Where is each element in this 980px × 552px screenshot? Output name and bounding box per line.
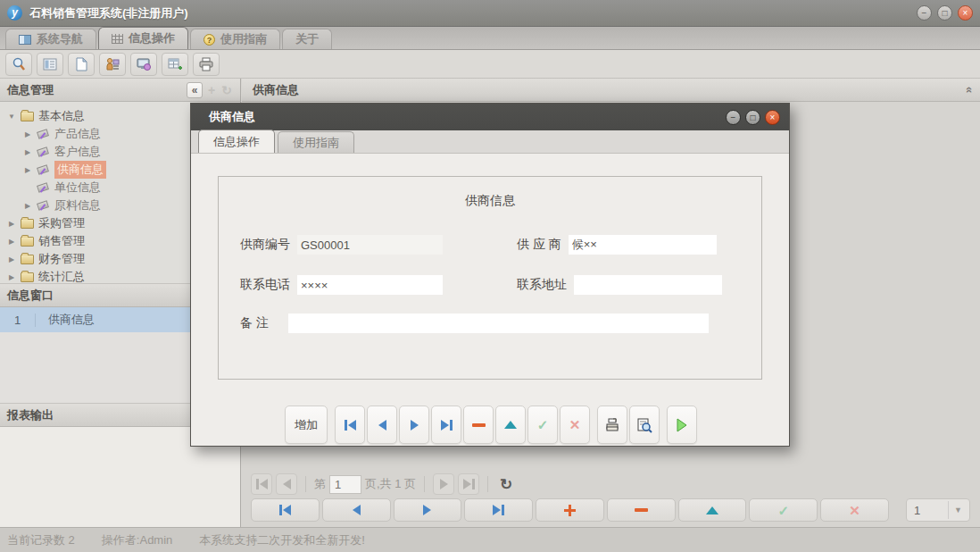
last-page-button[interactable] bbox=[458, 473, 479, 495]
page-number-input[interactable] bbox=[329, 475, 361, 494]
supplier-name-field[interactable] bbox=[569, 235, 717, 255]
last-record-button[interactable] bbox=[464, 498, 533, 522]
contact-address-field[interactable] bbox=[574, 275, 722, 295]
minimize-button[interactable]: − bbox=[917, 5, 932, 21]
search-button[interactable] bbox=[5, 53, 32, 76]
chevron-down-icon[interactable]: ▼ bbox=[948, 501, 968, 519]
printer-icon bbox=[604, 417, 620, 433]
operator-label: 操作者:Admin bbox=[102, 532, 172, 548]
next-page-button[interactable] bbox=[433, 473, 454, 495]
tree-label: 统计汇总 bbox=[38, 269, 85, 284]
app-logo-icon: y bbox=[7, 5, 22, 21]
next-record-button[interactable] bbox=[399, 406, 429, 444]
pagination-bar: 第 页,共 1 页 ↻ bbox=[251, 472, 512, 497]
first-page-button[interactable] bbox=[251, 473, 272, 495]
run-button[interactable] bbox=[667, 406, 697, 444]
supplier-code-field[interactable] bbox=[297, 235, 443, 255]
add-button[interactable]: 增加 bbox=[285, 406, 328, 444]
main-toolbar bbox=[0, 50, 980, 79]
edit-record-button[interactable] bbox=[495, 406, 526, 444]
next-record-button[interactable] bbox=[394, 498, 462, 522]
row-index: 1 bbox=[0, 314, 36, 327]
statusbar: 当前记录数 2 操作者:Admin 本系统支持二次开发和全新开发! bbox=[0, 527, 980, 552]
tab-info-operation[interactable]: 信息操作 bbox=[98, 27, 188, 49]
monitor-globe-button[interactable] bbox=[130, 53, 157, 76]
form-title: 供商信息 bbox=[219, 193, 761, 209]
expand-arrow-icon[interactable]: ▶ bbox=[7, 238, 16, 246]
content-header: 供商信息 « bbox=[242, 79, 980, 102]
form-row: 供 应 商 bbox=[517, 235, 717, 255]
tree-label: 供商信息 bbox=[54, 161, 106, 179]
prev-page-button[interactable] bbox=[276, 473, 297, 495]
first-record-button[interactable] bbox=[251, 498, 320, 522]
tab-user-guide[interactable]: ? 使用指南 bbox=[190, 29, 280, 49]
cross-icon: ✕ bbox=[849, 504, 860, 517]
contact-phone-field[interactable] bbox=[297, 275, 443, 295]
print-button[interactable] bbox=[597, 406, 627, 444]
dialog-maximize-button[interactable]: □ bbox=[745, 110, 760, 125]
expand-arrow-icon[interactable]: ▶ bbox=[23, 202, 32, 210]
user-config-button[interactable] bbox=[99, 53, 126, 76]
close-button[interactable]: × bbox=[958, 5, 973, 21]
confirm-button[interactable]: ✓ bbox=[527, 406, 558, 444]
collapse-panel-icon[interactable]: « bbox=[963, 87, 976, 93]
search-icon bbox=[11, 56, 27, 72]
dialog-tabbar: 信息操作 使用指南 bbox=[191, 130, 789, 154]
cancel-button[interactable]: ✕ bbox=[820, 498, 889, 522]
table-add-button[interactable] bbox=[162, 53, 188, 76]
expand-arrow-icon[interactable]: ▶ bbox=[7, 255, 16, 263]
collapse-sidebar-button[interactable]: « bbox=[187, 82, 203, 98]
edit-record-button[interactable] bbox=[678, 498, 747, 522]
tool-icon bbox=[37, 129, 50, 140]
user-config-icon bbox=[104, 56, 120, 72]
content-title: 供商信息 bbox=[253, 82, 299, 98]
expand-arrow-icon[interactable]: ▶ bbox=[23, 130, 32, 138]
tree-label: 原料信息 bbox=[54, 197, 101, 213]
cross-icon: ✕ bbox=[569, 418, 581, 431]
dialog-tab-info-operation[interactable]: 信息操作 bbox=[198, 130, 275, 153]
titlebar: y 石料销售管理系统(非注册用户) − □ × bbox=[0, 0, 980, 27]
document-icon bbox=[73, 56, 89, 72]
folder-icon bbox=[21, 112, 34, 121]
tab-about[interactable]: 关于 bbox=[282, 29, 332, 49]
divider bbox=[487, 476, 488, 492]
status-message: 本系统支持二次开发和全新开发! bbox=[199, 532, 365, 548]
cancel-button[interactable]: ✕ bbox=[560, 406, 590, 444]
dialog-close-button[interactable]: × bbox=[765, 110, 780, 125]
confirm-button[interactable]: ✓ bbox=[749, 498, 818, 522]
expand-arrow-icon[interactable]: ▶ bbox=[23, 166, 32, 174]
document-button[interactable] bbox=[68, 53, 95, 76]
prev-record-button[interactable] bbox=[367, 406, 397, 444]
form-row: 供商编号 bbox=[240, 235, 443, 255]
printer-icon bbox=[198, 56, 214, 72]
record-selector-value: 1 bbox=[907, 504, 920, 517]
add-record-button[interactable] bbox=[536, 498, 604, 522]
refresh-icon[interactable]: ↻ bbox=[500, 475, 512, 494]
delete-record-button[interactable] bbox=[607, 498, 676, 522]
page-prefix-label: 第 bbox=[314, 476, 326, 492]
expand-arrow-icon[interactable]: ▶ bbox=[23, 148, 32, 156]
supplier-name-label: 供 应 商 bbox=[517, 237, 561, 253]
form-row: 联系电话 bbox=[240, 275, 443, 295]
dialog-tab-user-guide[interactable]: 使用指南 bbox=[278, 131, 354, 153]
prev-record-button[interactable] bbox=[322, 498, 391, 522]
first-record-button[interactable] bbox=[335, 406, 365, 444]
expand-arrow-icon[interactable]: ▼ bbox=[7, 113, 16, 121]
tool-icon bbox=[37, 182, 50, 194]
maximize-button[interactable]: □ bbox=[937, 5, 952, 21]
form-list-icon bbox=[42, 56, 58, 72]
dialog-minimize-button[interactable]: − bbox=[726, 110, 741, 125]
sidebar-title: 信息管理 bbox=[7, 82, 54, 98]
print-preview-button[interactable] bbox=[629, 406, 660, 444]
expand-arrow-icon[interactable]: ▶ bbox=[7, 220, 16, 228]
form-list-button[interactable] bbox=[37, 53, 63, 76]
remark-field[interactable] bbox=[288, 314, 709, 333]
last-record-button[interactable] bbox=[431, 406, 461, 444]
record-selector[interactable]: 1 ▼ bbox=[906, 498, 970, 522]
record-nav-bar: ✓ ✕ 1 ▼ bbox=[251, 498, 970, 523]
folder-icon bbox=[21, 255, 34, 264]
expand-arrow-icon[interactable]: ▶ bbox=[7, 273, 16, 281]
tab-system-nav[interactable]: 系统导航 bbox=[5, 29, 96, 49]
printer-button[interactable] bbox=[193, 53, 220, 76]
delete-record-button[interactable] bbox=[463, 406, 494, 444]
